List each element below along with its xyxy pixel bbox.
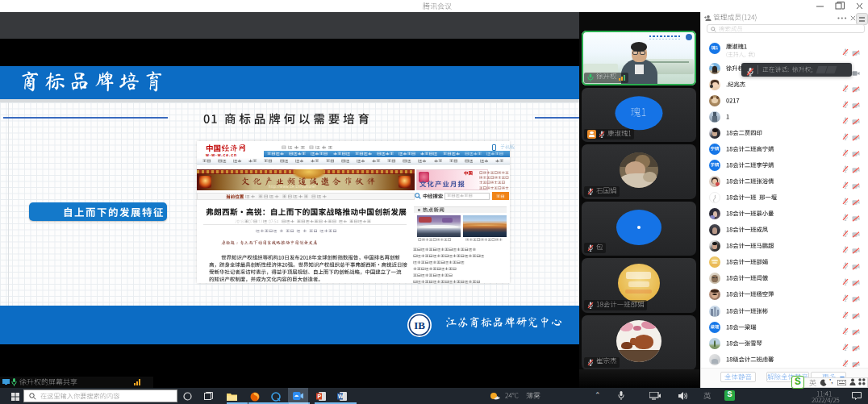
- svg-text:IB: IB: [414, 319, 425, 331]
- svg-text:P: P: [318, 394, 322, 399]
- svg-text:W: W: [338, 394, 344, 399]
